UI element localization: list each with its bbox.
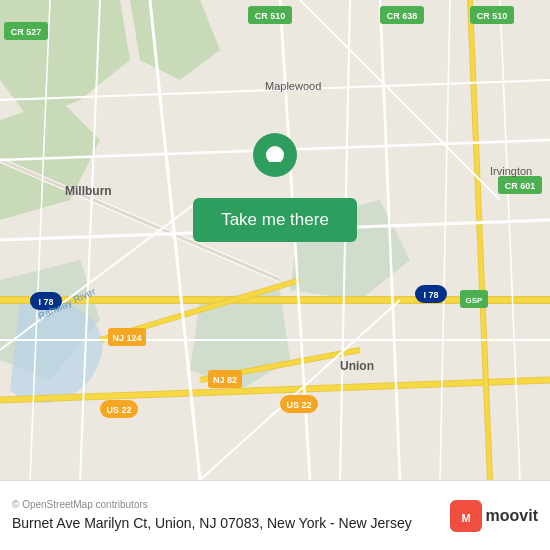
svg-text:CR 527: CR 527 — [11, 27, 42, 37]
svg-point-64 — [266, 146, 284, 164]
moovit-icon: M — [450, 500, 482, 532]
moovit-logo: M moovit — [450, 500, 538, 532]
svg-text:M: M — [461, 512, 470, 524]
moovit-text: moovit — [486, 507, 538, 525]
map-container: CR 510 CR 510 CR 638 CR 527 CR 601 I 78 … — [0, 0, 550, 480]
svg-text:Millburn: Millburn — [65, 184, 112, 198]
location-pin-icon — [250, 130, 300, 190]
svg-text:I 78: I 78 — [423, 290, 438, 300]
svg-text:Irvington: Irvington — [490, 165, 532, 177]
svg-text:CR 510: CR 510 — [477, 11, 508, 21]
svg-text:US 22: US 22 — [286, 400, 311, 410]
bottom-bar: © OpenStreetMap contributors Burnet Ave … — [0, 480, 550, 550]
svg-text:CR 601: CR 601 — [505, 181, 536, 191]
take-me-there-button[interactable]: Take me there — [193, 198, 357, 242]
cta-button-container: Take me there — [160, 130, 390, 242]
address-block: © OpenStreetMap contributors Burnet Ave … — [12, 499, 412, 532]
svg-text:Union: Union — [340, 359, 374, 373]
svg-text:CR 638: CR 638 — [387, 11, 418, 21]
copyright-text: © OpenStreetMap contributors — [12, 499, 412, 510]
svg-text:GSP: GSP — [466, 296, 484, 305]
svg-text:NJ 124: NJ 124 — [112, 333, 141, 343]
svg-text:NJ 82: NJ 82 — [213, 375, 237, 385]
address-text: Burnet Ave Marilyn Ct, Union, NJ 07083, … — [12, 514, 412, 532]
svg-text:Maplewood: Maplewood — [265, 80, 321, 92]
svg-text:CR 510: CR 510 — [255, 11, 286, 21]
svg-text:US 22: US 22 — [106, 405, 131, 415]
